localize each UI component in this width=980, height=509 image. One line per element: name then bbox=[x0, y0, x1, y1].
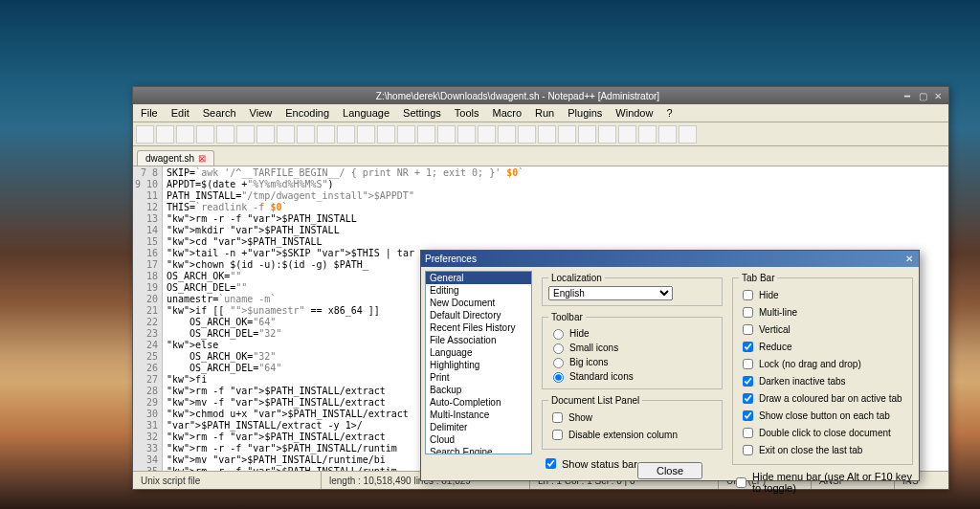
play-icon[interactable] bbox=[679, 125, 697, 144]
menu-search[interactable]: Search bbox=[197, 106, 242, 120]
category-file-association[interactable]: File Association bbox=[426, 334, 531, 346]
category-new-document[interactable]: New Document bbox=[426, 297, 531, 309]
save-icon[interactable] bbox=[176, 125, 194, 144]
tab-close-icon[interactable]: ⊠ bbox=[198, 153, 206, 164]
dialog-title: Preferences bbox=[425, 254, 477, 264]
tab-lock-check[interactable] bbox=[743, 359, 753, 369]
find-icon[interactable] bbox=[377, 125, 395, 144]
category-print[interactable]: Print bbox=[426, 371, 531, 384]
localization-group: Localization English bbox=[542, 273, 723, 306]
cut-icon[interactable] bbox=[277, 125, 295, 144]
category-multi-instance[interactable]: Multi-Instance bbox=[426, 409, 531, 421]
category-language[interactable]: Language bbox=[426, 346, 531, 359]
wordwrap-icon[interactable] bbox=[498, 125, 516, 144]
menu-run[interactable]: Run bbox=[529, 106, 560, 120]
category-search-engine[interactable]: Search Engine bbox=[426, 446, 531, 454]
titlebar[interactable]: Z:\home\derek\Downloads\dwagent.sh - Not… bbox=[133, 87, 948, 104]
menu-bar: FileEditSearchViewEncodingLanguageSettin… bbox=[133, 104, 948, 122]
zoom-out-icon[interactable] bbox=[437, 125, 456, 144]
dialog-titlebar[interactable]: Preferences ✕ bbox=[421, 251, 919, 267]
tab-closebtn-check[interactable] bbox=[743, 410, 753, 421]
save-all-icon[interactable] bbox=[196, 125, 214, 144]
record-icon[interactable] bbox=[658, 125, 677, 144]
monitor-icon[interactable] bbox=[638, 125, 657, 144]
doclist-show-check[interactable] bbox=[552, 412, 563, 423]
window-title: Z:\home\derek\Downloads\dwagent.sh - Not… bbox=[137, 91, 899, 101]
tab-reduce-check[interactable] bbox=[743, 342, 753, 352]
hide-menubar-check[interactable] bbox=[736, 477, 746, 488]
doclist-disableext-check[interactable] bbox=[552, 430, 563, 440]
category-delimiter[interactable]: Delimiter bbox=[426, 421, 531, 433]
copy-icon[interactable] bbox=[297, 125, 315, 144]
toolbar-group: Toolbar Hide Small icons Big icons Stand… bbox=[542, 312, 723, 389]
show-statusbar-check[interactable] bbox=[546, 458, 556, 469]
tab-darken-check[interactable] bbox=[743, 376, 753, 387]
toolbar-small-radio[interactable] bbox=[553, 343, 564, 354]
category-general[interactable]: General bbox=[426, 272, 531, 284]
close-icon[interactable]: ✕ bbox=[931, 89, 945, 102]
tab-colorbar-check[interactable] bbox=[743, 393, 753, 404]
menu-view[interactable]: View bbox=[244, 106, 278, 120]
func-list-icon[interactable] bbox=[598, 125, 616, 144]
new-file-icon[interactable] bbox=[136, 125, 154, 144]
desktop-wallpaper: { "window": { "title": "Z:\\home\\derek\… bbox=[0, 0, 980, 509]
sync-h-icon[interactable] bbox=[478, 125, 496, 144]
tab-vertical-check[interactable] bbox=[743, 324, 753, 335]
toolbar-standard-radio[interactable] bbox=[553, 372, 564, 383]
menu-settings[interactable]: Settings bbox=[397, 106, 447, 120]
dialog-close-icon[interactable]: ✕ bbox=[902, 254, 915, 264]
menu-language[interactable]: Language bbox=[337, 106, 395, 120]
close-icon[interactable] bbox=[216, 125, 234, 144]
close-all-icon[interactable] bbox=[236, 125, 255, 144]
folder-icon[interactable] bbox=[618, 125, 636, 144]
undo-icon[interactable] bbox=[337, 125, 355, 144]
doc-map-icon[interactable] bbox=[578, 125, 596, 144]
menu-window[interactable]: Window bbox=[610, 106, 658, 120]
menu-macro[interactable]: Macro bbox=[486, 106, 527, 120]
show-all-icon[interactable] bbox=[518, 125, 536, 144]
category-cloud[interactable]: Cloud bbox=[426, 433, 531, 446]
menu-edit[interactable]: Edit bbox=[166, 106, 195, 120]
category-backup[interactable]: Backup bbox=[426, 384, 531, 396]
tab-label: dwagent.sh bbox=[145, 153, 194, 164]
category-auto-completion[interactable]: Auto-Completion bbox=[426, 396, 531, 409]
doclist-group: Document List Panel Show Disable extensi… bbox=[542, 395, 723, 450]
document-tabs: dwagent.sh ⊠ bbox=[133, 146, 948, 166]
paste-icon[interactable] bbox=[317, 125, 335, 144]
category-editing[interactable]: Editing bbox=[426, 284, 531, 297]
udl-icon[interactable] bbox=[558, 125, 576, 144]
tabbar-group: Tab Bar Hide Multi-line Vertical Reduce … bbox=[732, 273, 913, 465]
menu-file[interactable]: File bbox=[135, 106, 164, 120]
tab-exitlast-check[interactable] bbox=[743, 445, 753, 455]
toolbar bbox=[133, 122, 948, 146]
line-number-gutter: 7 8 9 10 11 12 13 14 15 16 17 18 19 20 2… bbox=[133, 166, 163, 471]
localization-select[interactable]: English bbox=[548, 286, 673, 300]
sync-v-icon[interactable] bbox=[457, 125, 476, 144]
tab-dwagent[interactable]: dwagent.sh ⊠ bbox=[137, 150, 214, 166]
toolbar-big-radio[interactable] bbox=[553, 358, 564, 368]
tab-multiline-check[interactable] bbox=[743, 307, 753, 318]
redo-icon[interactable] bbox=[357, 125, 375, 144]
replace-icon[interactable] bbox=[397, 125, 415, 144]
menu-tools[interactable]: Tools bbox=[449, 106, 485, 120]
indent-guide-icon[interactable] bbox=[538, 125, 556, 144]
maximize-icon[interactable]: ▢ bbox=[916, 89, 929, 102]
category-list[interactable]: GeneralEditingNew DocumentDefault Direct… bbox=[425, 271, 532, 454]
zoom-in-icon[interactable] bbox=[417, 125, 435, 144]
notepadpp-window: Z:\home\derek\Downloads\dwagent.sh - Not… bbox=[132, 86, 949, 490]
preferences-dialog: Preferences ✕ GeneralEditingNew Document… bbox=[420, 250, 920, 481]
status-filetype: Unix script file bbox=[133, 472, 322, 489]
menu-plugins[interactable]: Plugins bbox=[562, 106, 608, 120]
menu-[interactable]: ? bbox=[660, 106, 678, 120]
category-default-directory[interactable]: Default Directory bbox=[426, 309, 531, 321]
category-highlighting[interactable]: Highlighting bbox=[426, 359, 531, 371]
tab-dblclick-check[interactable] bbox=[743, 428, 753, 438]
print-icon[interactable] bbox=[256, 125, 275, 144]
tab-hide-check[interactable] bbox=[743, 290, 753, 300]
toolbar-hide-radio[interactable] bbox=[553, 329, 564, 340]
open-icon[interactable] bbox=[156, 125, 174, 144]
menu-encoding[interactable]: Encoding bbox=[279, 106, 335, 120]
minimize-icon[interactable]: ━ bbox=[901, 89, 914, 102]
category-recent-files-history[interactable]: Recent Files History bbox=[426, 321, 531, 334]
